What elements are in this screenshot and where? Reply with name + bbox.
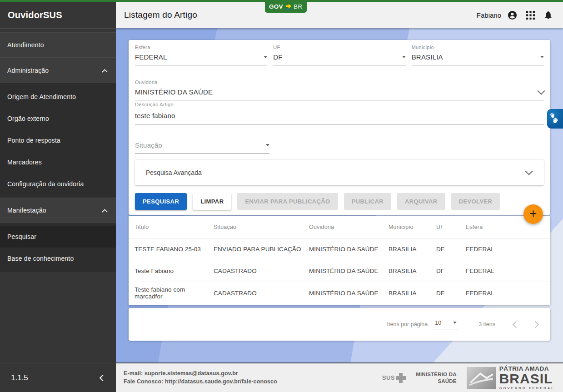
cell-ouvidoria: MINISTÉRIO DA SAÚDE [309,290,389,297]
add-icon: + [530,208,537,220]
cell-esfera: FEDERAL [466,268,550,274]
cell-municipio: BRASILIA [389,290,436,297]
items-per-page-select[interactable]: 10 [434,320,458,329]
table-row[interactable]: Teste fabiano com marcadfor CADASTRADO M… [129,282,550,304]
cell-municipio: BRASILIA [389,268,436,274]
footer-logos: SUS MINISTÉRIO DA SAÚDE PÁTRIA A [382,366,555,390]
limpar-button[interactable]: LIMPAR [193,193,231,210]
sidebar-menu: Atendimento Administração Origem de Aten… [0,29,116,363]
sidebar-item-marcadores[interactable]: Marcadores [0,151,116,173]
sidebar-item-administracao[interactable]: Administração [0,58,116,83]
previous-page-icon[interactable] [513,321,520,328]
table-row[interactable]: TESTE FABIANO 25-03 ENVIADO PARA PUBLICA… [129,238,550,260]
uf-select[interactable]: UF DF [273,45,405,65]
chevron-up-icon [102,208,108,214]
notifications-bell-icon[interactable] [543,10,553,20]
column-header-titulo: Titulo [135,224,214,230]
devolver-button[interactable]: DEVOLVER [451,193,500,210]
cell-uf: DF [436,246,466,253]
footer: E-mail: suporte.sistemas@datasus.gov.br … [116,362,563,392]
sidebar-item-label: Orgão externo [7,115,49,122]
patria-amada-brasil-text: PÁTRIA AMADA BRASIL GOVERNO FEDERAL [499,366,555,390]
column-header-situacao: Situação [214,224,309,230]
header-actions: Fabiano [477,10,553,20]
sus-cross-icon [396,373,406,383]
sidebar-item-base-de-conhecimento[interactable]: Base de conhecimento [0,248,116,269]
cell-uf: DF [436,290,466,297]
sidebar-item-pesquisar[interactable]: Pesquisar [0,226,116,248]
administracao-submenu: Origem de Atendimento Orgão externo Pont… [0,83,116,198]
cell-esfera: FEDERAL [466,290,550,297]
sidebar-item-label: Base de conhecimento [7,255,74,262]
collapse-sidebar-icon[interactable] [100,374,106,381]
advanced-search-panel[interactable]: Pesquisa Avançada [135,160,544,185]
cell-uf: DF [436,268,466,274]
sidebar-item-manifestacao[interactable]: Manifestação [0,198,116,223]
vlibras-accessibility-button[interactable] [547,109,563,129]
sidebar-item-label: Manifestação [7,207,46,214]
esfera-value: FEDERAL [135,53,167,61]
situacao-placeholder: Situação [135,141,162,149]
dropdown-arrow-icon [402,56,406,58]
sidebar-item-orgao-externo[interactable]: Orgão externo [0,108,116,129]
page-navigation [513,322,538,327]
footer-contact-info: E-mail: suporte.sistemas@datasus.gov.br … [124,370,277,386]
govbr-gov-text: GOV [269,3,283,10]
municipio-value: BRASILIA [412,53,443,61]
cell-municipio: BRASILIA [389,246,436,253]
govbr-arrow-icon [284,4,292,10]
situacao-select[interactable]: Situação [135,138,269,154]
footer-email: E-mail: suporte.sistemas@datasus.gov.br [124,370,277,378]
next-page-icon[interactable] [532,321,539,328]
cell-ouvidoria: MINISTÉRIO DA SAÚDE [309,246,389,253]
patria-line2: BRASIL [499,372,555,386]
dropdown-arrow-icon [453,322,457,324]
app-logo: OuvidorSUS [0,2,116,29]
ministerio-line2: SAÚDE [416,378,457,385]
sidebar-item-configuracao-da-ouvidoria[interactable]: Configuração da ouvidoria [0,173,116,195]
sidebar-item-label: Marcadores [7,159,42,166]
ministerio-da-saude-logo: MINISTÉRIO DA SAÚDE [416,371,457,385]
sidebar-item-label: Configuração da ouvidoria [7,180,84,188]
sidebar-item-atendimento[interactable]: Atendimento [0,32,116,58]
filter-card: Esfera FEDERAL UF DF Municipio BRASILIA … [129,40,550,215]
descricao-artigo-input[interactable]: Descrição Artigo teste fabiano [135,102,544,124]
arquivar-button[interactable]: ARQUIVAR [397,193,445,210]
sidebar-item-label: Ponto de resposta [7,137,60,144]
ouvidoria-select[interactable]: Ouvidoria MINISTÉRIO DA SAÚDE [135,79,544,100]
ministerio-line1: MINISTÉRIO DA [416,371,457,378]
ouvidoria-label: Ouvidoria [135,79,544,85]
sidebar-item-label: Origem de Atendimento [7,93,76,100]
dropdown-arrow-icon [266,144,269,146]
sidebar-item-origem-de-atendimento[interactable]: Origem de Atendimento [0,86,116,108]
municipio-select[interactable]: Municipio BRASILIA [412,45,544,65]
column-header-municipio: Municipio [389,224,436,230]
column-header-esfera: Esfera [466,224,550,230]
cell-esfera: FEDERAL [466,246,550,253]
sidebar-item-ponto-de-resposta[interactable]: Ponto de resposta [0,129,116,151]
app-header: Listagem do Artigo Fabiano [116,2,563,28]
publicar-button[interactable]: PUBLICAR [344,193,391,210]
esfera-select[interactable]: Esfera FEDERAL [135,45,267,65]
enviar-para-publicacao-button[interactable]: ENVIAR PARA PUBLICAÇÃO [237,193,338,210]
ouvidoria-value: MINISTÉRIO DA SAÚDE [135,88,213,96]
sidebar-item-label: Atendimento [7,41,44,49]
table-row[interactable]: Teste Fabiano CADASTRADO MINISTÉRIO DA S… [129,260,550,282]
apps-grid-icon[interactable] [526,11,535,20]
municipio-label: Municipio [412,45,544,50]
total-items-label: 3 itens [478,321,495,327]
app-version: 1.1.5 [11,373,28,382]
action-buttons: PESQUISAR LIMPAR ENVIAR PARA PUBLICAÇÃO … [135,193,500,210]
dropdown-arrow-icon [264,56,267,58]
cell-situacao: CADASTRADO [214,268,309,274]
add-article-fab[interactable]: + [523,204,543,224]
user-account-icon[interactable] [507,10,518,20]
pesquisar-button[interactable]: PESQUISAR [135,193,187,210]
sidebar: OuvidorSUS Atendimento Administração Ori… [0,2,116,392]
manifestacao-submenu: Pesquisar Base de conhecimento [0,223,116,272]
cell-situacao: ENVIADO PARA PUBLICAÇÃO [214,246,309,253]
chevron-up-icon [102,69,108,74]
brasil-flag-graphic [467,367,496,389]
screen: OuvidorSUS Atendimento Administração Ori… [0,0,563,392]
advanced-search-label: Pesquisa Avançada [146,169,202,176]
